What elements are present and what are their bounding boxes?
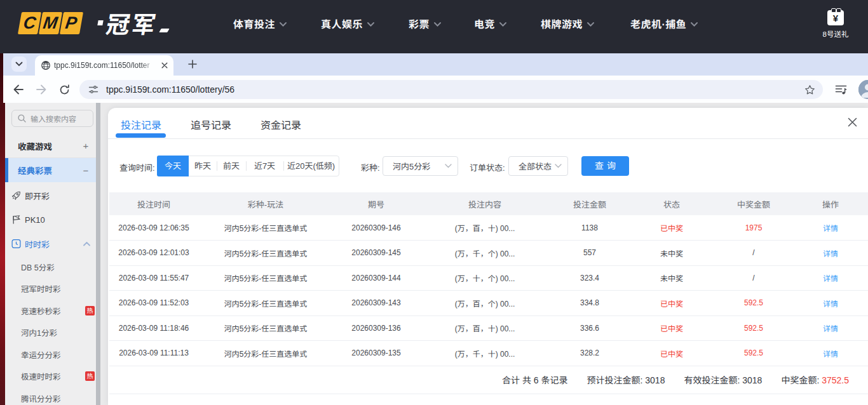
summary-row: 合计 共 6 条记录 预计投注金额: 3018 有效投注金额: 3018 中奖金… [109, 366, 868, 394]
tab-search-button[interactable] [11, 56, 27, 72]
cell-play: 河内5分彩-任三直选单式 [198, 241, 333, 266]
nav-item-label: 彩票 [409, 16, 430, 31]
sidebar-item-即开彩[interactable]: 即开彩 [5, 183, 96, 208]
cell-period: 20260309-136 [333, 315, 419, 341]
gift-icon: ¥ [827, 10, 844, 25]
time-filter-前天[interactable]: 前天 [217, 156, 246, 176]
table-row: 2026-03-09 11:18:46河内5分彩-任三直选单式20260309-… [109, 315, 868, 341]
sidebar-scrollbar[interactable] [96, 103, 100, 405]
media-controls-icon[interactable] [832, 81, 849, 98]
sidebar-subitem-label: 冠军时时彩 [21, 282, 61, 295]
column-header-中奖金额: 中奖金额 [714, 192, 793, 215]
address-bar[interactable]: tppc.9i159t.com:11650/lottery/56 [79, 80, 823, 99]
globe-icon [41, 60, 51, 70]
nav-item-3[interactable]: 彩票 [409, 17, 441, 30]
sidebar-subitem-label: 竞速秒秒彩 [21, 305, 61, 317]
plus-icon [188, 60, 197, 69]
cell-action[interactable]: 详情 [793, 341, 868, 366]
column-header-状态: 状态 [629, 192, 714, 215]
cell-play: 河内5分彩-任三直选单式 [198, 315, 333, 341]
time-filter-今天[interactable]: 今天 [157, 156, 189, 176]
sidebar-subitem-幸运分分彩[interactable]: 幸运分分彩 [5, 343, 96, 366]
time-filter-近7天[interactable]: 近7天 [246, 156, 283, 176]
cell-action[interactable]: 详情 [793, 241, 868, 266]
lottery-select[interactable]: 河内5分彩 [383, 156, 458, 176]
sidebar-item-时时彩[interactable]: 时时彩 [5, 232, 96, 256]
sidebar-subitem-冠军时时彩[interactable]: 冠军时时彩 [5, 278, 96, 300]
cell-content: (万，千，十) 00... [419, 341, 550, 366]
search-icon [18, 114, 26, 123]
tab-close-icon[interactable] [159, 60, 170, 70]
order-status-select[interactable]: 全部状态 [508, 156, 568, 176]
time-filter-昨天[interactable]: 昨天 [189, 156, 217, 176]
expand-plus-icon[interactable]: + [81, 140, 90, 151]
cell-content: (万，百，十) 00... [419, 215, 550, 241]
cell-action[interactable]: 详情 [793, 265, 868, 291]
tab-追号记录[interactable]: 追号记录 [191, 117, 231, 131]
url-text[interactable]: tppc.9i159t.com:11650/lottery/56 [106, 84, 804, 95]
nav-item-5[interactable]: 棋牌游戏 [541, 17, 594, 30]
back-icon[interactable] [10, 81, 27, 98]
sidebar-search-input[interactable]: 输入搜索内容 [11, 110, 93, 127]
site-logo[interactable]: C M P 冠军 [20, 9, 168, 37]
cell-content: (万，百，个) 00... [419, 291, 550, 316]
nav-item-label: 体育投注 [233, 16, 275, 31]
summary-prize: 中奖金额: 3752.5 [781, 373, 849, 386]
logo-letter-box: P [60, 12, 83, 34]
cell-action[interactable]: 详情 [793, 315, 868, 341]
cell-time: 2026-03-09 11:52:03 [109, 291, 198, 316]
bookmark-star-icon[interactable] [804, 84, 815, 95]
time-filter-近20天(低频)[interactable]: 近20天(低频) [283, 156, 339, 176]
sidebar-section-classic-lottery[interactable]: 经典彩票 − [5, 158, 96, 182]
chevron-down-icon [434, 22, 441, 27]
sidebar-subitem-label: 幸运分分彩 [21, 349, 61, 361]
nav-item-6[interactable]: 老虎机·捕鱼 [630, 17, 698, 30]
browser-tab[interactable]: tppc.9i159t.com:11650/lotter [35, 55, 173, 76]
sidebar-item-label: 即开彩 [25, 190, 50, 202]
sidebar-subitem-河内1分彩[interactable]: 河内1分彩 [5, 322, 96, 344]
cell-action[interactable]: 详情 [793, 291, 868, 316]
lottery-filter-label: 彩种: [361, 161, 380, 171]
cell-time: 2026-03-09 12:01:03 [109, 241, 198, 266]
profile-avatar[interactable] [858, 80, 868, 99]
clock-icon [11, 239, 21, 249]
sidebar-section-label: 收藏游戏 [18, 140, 52, 152]
nav-item-label: 真人娱乐 [321, 16, 363, 31]
site-info-icon[interactable] [88, 84, 98, 95]
nav-item-4[interactable]: 电竞 [474, 17, 506, 30]
gift-label: 8号送礼 [821, 29, 850, 39]
hot-badge: 热 [85, 371, 95, 381]
query-button[interactable]: 查询 [581, 156, 629, 176]
nav-item-2[interactable]: 真人娱乐 [321, 17, 374, 30]
sidebar-subitem-极速时时彩[interactable]: 极速时时彩热 [5, 366, 96, 388]
new-tab-button[interactable] [185, 56, 200, 72]
cell-status: 未中奖 [629, 265, 714, 291]
cell-prize: / [714, 241, 793, 266]
tab-资金记录[interactable]: 资金记录 [261, 117, 301, 131]
gift-promo[interactable]: ¥ 8号送礼 [821, 10, 850, 39]
column-header-投注时间: 投注时间 [109, 192, 198, 215]
reload-icon[interactable] [56, 81, 72, 98]
table-row: 2026-03-09 11:55:47河内5分彩-任三直选单式20260309-… [109, 265, 868, 291]
sidebar-subitem-腾讯分分彩[interactable]: 腾讯分分彩 [5, 387, 96, 405]
chevron-down-icon [555, 164, 562, 168]
tab-投注记录[interactable]: 投注记录 [121, 117, 161, 131]
cell-play: 河内5分彩-任三直选单式 [198, 291, 333, 316]
sidebar-section-favorites[interactable]: 收藏游戏 + [5, 134, 96, 158]
collapse-minus-icon[interactable]: − [81, 165, 90, 176]
rocket-icon [11, 191, 21, 201]
nav-item-1[interactable]: 体育投注 [233, 17, 287, 30]
sidebar-subitem-label: 极速时时彩 [21, 370, 61, 382]
cell-amount: 1138 [550, 215, 629, 241]
sidebar-subitem-竞速秒秒彩[interactable]: 竞速秒秒彩热 [5, 300, 96, 322]
bet-records-table: 投注时间彩种-玩法期号投注内容投注金额状态中奖金额操作 2026-03-09 1… [109, 192, 868, 366]
cell-status: 已中奖 [629, 215, 714, 241]
forward-icon[interactable] [33, 81, 50, 98]
logo-dash [159, 29, 169, 32]
summary-prize-value: 3752.5 [822, 375, 849, 385]
cell-period: 20260309-144 [333, 265, 419, 291]
sidebar-subitem-DB 5分彩[interactable]: DB 5分彩 [5, 256, 96, 278]
cell-action[interactable]: 详情 [793, 215, 868, 241]
panel-close-icon[interactable] [847, 117, 858, 128]
sidebar-item-PK10[interactable]: PK10 [5, 208, 96, 232]
